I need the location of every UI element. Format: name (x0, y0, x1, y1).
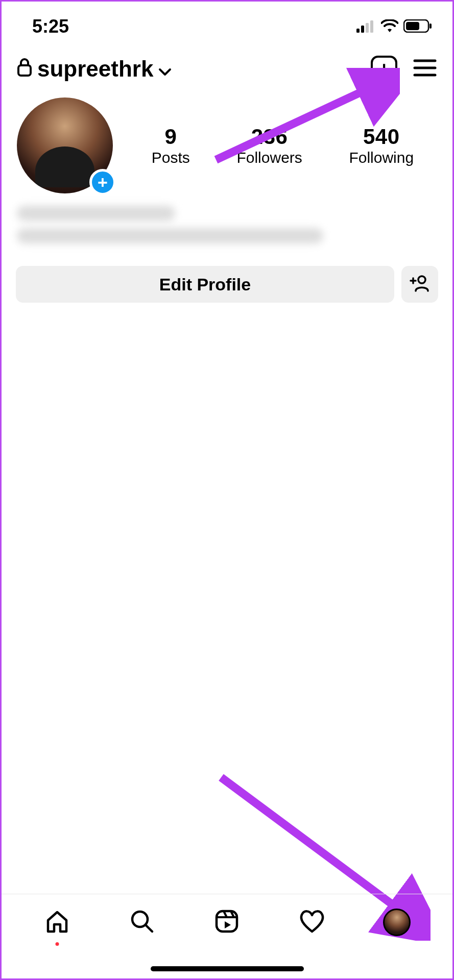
add-story-button[interactable]: + (89, 169, 116, 195)
svg-rect-0 (356, 29, 360, 33)
home-icon (44, 908, 70, 937)
bio-line-redacted (17, 206, 175, 221)
lock-icon (17, 56, 32, 82)
plus-icon: + (98, 173, 108, 192)
edit-profile-button[interactable]: Edit Profile (16, 266, 394, 303)
svg-rect-7 (18, 65, 31, 76)
svg-line-15 (221, 777, 400, 910)
stats: 9 Posts 236 Followers 540 Following (128, 125, 437, 166)
home-indicator[interactable] (151, 966, 304, 971)
svg-rect-2 (366, 23, 369, 33)
notification-dot (56, 942, 59, 946)
username-selector[interactable]: supreethrk (17, 56, 172, 82)
bio-line-redacted (17, 228, 323, 243)
nav-home[interactable] (41, 906, 74, 939)
stat-posts[interactable]: 9 Posts (152, 125, 190, 166)
nav-profile[interactable] (380, 906, 413, 939)
bio-section (2, 193, 452, 243)
stat-posts-label: Posts (152, 149, 190, 166)
profile-actions-row: Edit Profile (2, 251, 452, 303)
edit-profile-label: Edit Profile (159, 275, 251, 295)
svg-point-11 (418, 276, 425, 283)
battery-icon (403, 16, 432, 37)
avatar-wrap[interactable]: + (17, 97, 113, 193)
svg-line-17 (146, 925, 152, 932)
search-icon (129, 908, 155, 937)
stat-following-label: Following (349, 149, 414, 166)
profile-header: supreethrk + (2, 42, 452, 87)
discover-people-button[interactable] (401, 266, 438, 303)
status-right (356, 16, 432, 37)
heart-icon (298, 908, 326, 937)
nav-reels[interactable] (210, 906, 243, 939)
cellular-icon (356, 16, 376, 37)
avatar-icon (383, 909, 411, 936)
stat-followers-count: 236 (236, 125, 302, 149)
nav-search[interactable] (126, 906, 158, 939)
svg-rect-1 (361, 26, 364, 33)
stat-followers[interactable]: 236 Followers (236, 125, 302, 166)
chevron-down-icon (158, 56, 172, 82)
plus-icon: + (378, 59, 390, 79)
status-bar: 5:25 (2, 2, 452, 42)
stat-followers-label: Followers (236, 149, 302, 166)
reels-icon (213, 908, 240, 937)
stat-following-count: 540 (349, 125, 414, 149)
add-person-icon (410, 275, 430, 294)
wifi-icon (381, 16, 398, 37)
nav-activity[interactable] (296, 906, 328, 939)
stat-posts-count: 9 (152, 125, 190, 149)
username-text: supreethrk (37, 56, 153, 82)
svg-rect-5 (406, 22, 419, 30)
svg-rect-6 (429, 23, 432, 29)
create-button[interactable]: + (371, 56, 397, 82)
svg-rect-18 (217, 911, 237, 932)
status-time: 5:25 (32, 16, 69, 37)
svg-rect-3 (370, 20, 373, 33)
bottom-nav (2, 894, 452, 950)
hamburger-menu-button[interactable] (413, 58, 437, 80)
header-actions: + (371, 56, 437, 82)
stat-following[interactable]: 540 Following (349, 125, 414, 166)
profile-row: + 9 Posts 236 Followers 540 Following (2, 87, 452, 193)
